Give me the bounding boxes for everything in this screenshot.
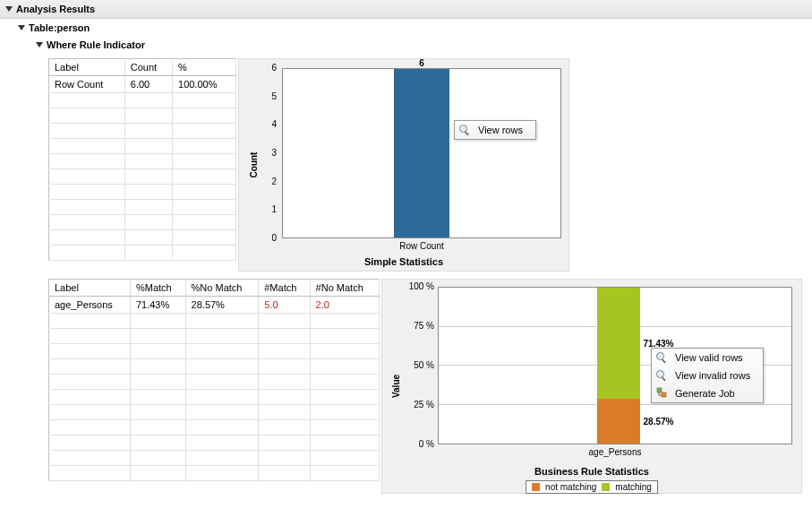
col-label[interactable]: Label (49, 280, 131, 297)
table-row (49, 451, 380, 466)
chevron-down-icon (18, 25, 25, 30)
business-rule-chart[interactable]: Value 0 % 25 % 50 % 75 % 100 % 28.57% 71… (381, 279, 802, 494)
context-menu-chart1: View rows (454, 120, 536, 140)
swatch-matching (602, 483, 610, 491)
col-label[interactable]: Label (49, 59, 125, 76)
x-category-label: Row Count (282, 241, 561, 251)
chevron-down-icon (5, 6, 13, 12)
magnifier-icon (656, 369, 669, 382)
table-row (49, 405, 380, 420)
simple-stats-chart[interactable]: Count 0 1 2 3 4 5 6 6 Row Count Simple S… (238, 58, 569, 272)
segment-not-matching[interactable]: 28.57% (597, 399, 639, 444)
table-row (49, 359, 380, 375)
table-row (49, 200, 236, 215)
table-row (49, 93, 236, 108)
table-row (49, 230, 236, 246)
menu-view-valid-rows[interactable]: View valid rows (652, 349, 763, 366)
plot-area[interactable]: 6 (282, 68, 561, 238)
analysis-results-title: Analysis Results (16, 4, 95, 14)
chart-title: Simple Statistics (239, 256, 568, 267)
legend: not matching matching (526, 480, 658, 494)
cell-pct: 100.00% (173, 76, 236, 93)
swatch-not-matching (532, 483, 540, 491)
col-nmatch[interactable]: #Match (259, 280, 310, 297)
menu-generate-job[interactable]: Generate Job (652, 384, 763, 402)
table-row (49, 375, 380, 390)
business-rule-table: Label %Match %No Match #Match #No Match … (48, 279, 380, 481)
col-nnomatch[interactable]: #No Match (310, 280, 379, 297)
y-ticks: 0 1 2 3 4 5 6 (257, 68, 278, 238)
tree-table-label: Table:person (29, 22, 90, 33)
y-axis-label: Value (391, 375, 401, 398)
bar-value-label: 6 (394, 58, 449, 68)
cell-label: Row Count (49, 76, 125, 93)
menu-label: View rows (478, 125, 523, 135)
magnifier-icon (459, 124, 472, 136)
table-row (49, 169, 236, 185)
table-row (49, 466, 380, 481)
col-count[interactable]: Count (124, 59, 172, 76)
cell-count: 6.00 (124, 76, 172, 93)
cell-pnomatch: 28.57% (185, 297, 259, 314)
table-row (49, 154, 236, 169)
cell-nmatch: 5.0 (259, 297, 310, 314)
cell-pmatch: 71.43% (130, 297, 185, 314)
table-row (49, 139, 236, 154)
col-pmatch[interactable]: %Match (130, 280, 185, 297)
menu-view-rows[interactable]: View rows (455, 121, 535, 139)
cell-nnomatch: 2.0 (310, 297, 379, 314)
tree-node-indicator[interactable]: Where Rule Indicator (30, 37, 812, 53)
table-row (49, 314, 380, 329)
segment-matching[interactable]: 71.43% (597, 288, 639, 399)
bar-age-persons[interactable]: 28.57% 71.43% (597, 288, 639, 444)
tree-indicator-label: Where Rule Indicator (47, 39, 145, 50)
table-row (49, 390, 380, 405)
table-row (49, 108, 236, 124)
menu-label: Generate Job (675, 388, 735, 399)
table-row (49, 344, 380, 359)
table-row[interactable]: age_Persons 71.43% 28.57% 5.0 2.0 (49, 297, 380, 314)
table-row (49, 246, 236, 261)
chevron-down-icon (36, 42, 43, 47)
col-pct[interactable]: % (173, 59, 236, 76)
table-row[interactable]: Row Count 6.00 100.00% (49, 76, 236, 93)
y-ticks: 0 % 25 % 50 % 75 % 100 % (404, 287, 436, 444)
legend-not-matching: not matching (545, 482, 596, 492)
col-pnomatch[interactable]: %No Match (185, 280, 259, 297)
analysis-results-header[interactable]: Analysis Results (0, 0, 812, 19)
svg-rect-1 (662, 392, 666, 397)
legend-matching: matching (615, 482, 652, 492)
table-row (49, 435, 380, 451)
context-menu-chart2: View valid rows View invalid rows Genera… (651, 348, 764, 403)
table-row (49, 185, 236, 200)
x-category-label: age_Persons (438, 447, 792, 457)
simple-stats-table: Label Count % Row Count 6.00 100.00% (48, 58, 236, 261)
table-row (49, 329, 380, 344)
menu-view-invalid-rows[interactable]: View invalid rows (652, 366, 763, 384)
menu-label: View invalid rows (675, 370, 750, 381)
tree-node-table[interactable]: Table:person (13, 19, 812, 37)
table-row (49, 420, 380, 435)
generate-job-icon (656, 387, 667, 398)
cell-label: age_Persons (49, 297, 131, 314)
menu-label: View valid rows (675, 352, 743, 363)
svg-rect-0 (657, 388, 662, 392)
bar-row-count[interactable] (394, 69, 449, 237)
table-row (49, 215, 236, 230)
magnifier-icon (656, 351, 669, 364)
table-row (49, 124, 236, 139)
segment-label: 71.43% (644, 339, 674, 349)
segment-label: 28.57% (644, 417, 674, 427)
chart-title: Business Rule Statistics (382, 466, 801, 477)
